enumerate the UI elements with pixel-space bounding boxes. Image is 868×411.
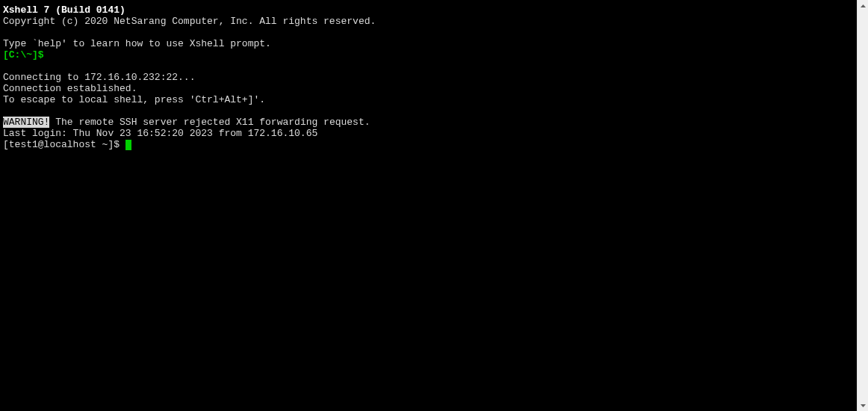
copyright-text: Copyright (c) 2020 NetSarang Computer, I… xyxy=(3,16,854,27)
local-prompt: [C:\~]$ xyxy=(3,49,49,61)
cursor-block xyxy=(125,140,131,150)
scrollbar-up-arrow-icon[interactable] xyxy=(858,0,868,11)
scrollbar-down-arrow-icon[interactable] xyxy=(858,400,868,411)
help-hint: Type `help' to learn how to use Xshell p… xyxy=(3,38,854,49)
remote-prompt: [test1@localhost ~]$ xyxy=(3,139,125,150)
connecting-text: Connecting to 172.16.10.232:22... xyxy=(3,72,854,83)
connection-established-text: Connection established. xyxy=(3,83,854,94)
vertical-scrollbar[interactable] xyxy=(857,0,868,411)
app-title: Xshell 7 (Build 0141) xyxy=(3,4,125,16)
warning-text: The remote SSH server rejected X11 forwa… xyxy=(49,117,370,128)
escape-hint: To escape to local shell, press 'Ctrl+Al… xyxy=(3,94,854,105)
terminal-output[interactable]: Xshell 7 (Build 0141) Copyright (c) 2020… xyxy=(0,0,857,411)
last-login-text: Last login: Thu Nov 23 16:52:20 2023 fro… xyxy=(3,128,854,139)
warning-label: WARNING! xyxy=(3,117,49,128)
